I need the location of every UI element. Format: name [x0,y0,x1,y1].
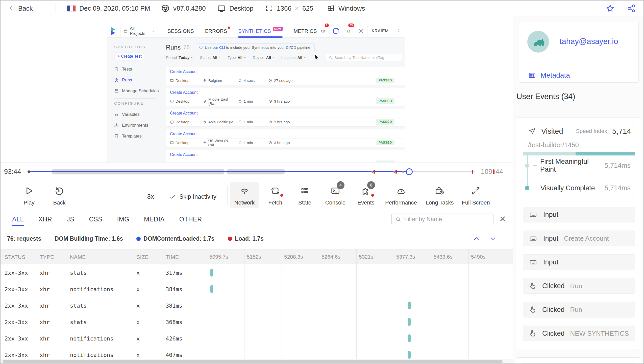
tab-xhr[interactable]: XHR [38,210,52,228]
filter-device[interactable]: DeviceAll [253,55,275,60]
run-card: Create Account Desktop Asia Pacific (M..… [166,109,405,126]
sidebar-item-environments[interactable]: Environments [114,120,163,131]
back-10s-button[interactable]: 10 Back [42,185,77,206]
jump-previous-button chevron-up-icon[interactable] [472,235,480,243]
tab-synthetics[interactable]: SYNTHETICS NEW [238,25,282,38]
events-panel-button[interactable]: 6 Events [348,185,384,206]
event-item-input[interactable]: Input [523,254,635,270]
performance-panel-button[interactable]: Performance [383,185,419,206]
user-menu[interactable]: KRAIEM [367,25,393,38]
run-name-link[interactable]: Create Account [170,90,197,95]
progress-segment-dark [576,152,635,155]
metric-dash [533,165,537,166]
replayed-mouse-cursor [314,54,319,61]
expand-icon [471,186,480,195]
favorite-button[interactable] [606,1,615,16]
full-screen-button[interactable]: Full Screen [458,185,493,206]
event-item-clicked[interactable]: ClickedRun [523,302,635,317]
notifications-button[interactable]: 33 [342,25,355,38]
filter-type[interactable]: TypeAll [228,55,246,60]
tab-js[interactable]: JS [67,210,74,228]
table-row[interactable]: 2xx-3xxxhrstatsx368ms [1,314,513,330]
tab-all[interactable]: ALL [12,210,24,228]
cli-link[interactable]: CLI [219,45,225,50]
table-row[interactable]: 2xx-3xxxhrstatsx381ms [1,297,513,314]
share-button[interactable] [627,1,636,16]
chrome-icon [161,4,170,13]
table-row[interactable]: 2xx-3xxxhrnotificationsx426ms [1,330,513,347]
run-name-link[interactable]: Create Account [170,70,197,74]
tab-errors[interactable]: ERRORS [205,25,227,38]
tab-sessions[interactable]: SESSIONS [167,25,194,38]
tree-icon [114,123,119,128]
status-badge: PASSED [376,78,394,83]
total-time: 10944 [481,168,503,176]
request-timing-bar [210,285,213,293]
tab-metrics[interactable]: METRICS [294,25,317,38]
sidebar-item-schedules[interactable]: Manage Schedules [114,85,163,96]
long-tasks-panel-button[interactable]: Long Tasks [422,185,457,206]
dcl-marker-dot [136,237,141,241]
col-size: SIZE [136,249,149,265]
table-row[interactable]: 2xx-3xxxhrnotificationsx384ms [1,281,513,297]
timeline-track[interactable] [28,163,475,181]
run-name-link[interactable]: Create Account [170,152,197,157]
jump-next-button chevron-down-icon[interactable] [489,235,497,243]
table-row[interactable]: 2xx-3xxxhrstatsx317ms [1,264,513,281]
speed-index-value: 5,714 [612,127,631,135]
runs-page: Runs 76 Use our CLI to include your Synt… [166,38,405,162]
filter-by-name-input[interactable] [404,216,490,223]
project-selector[interactable]: All Projects [120,25,158,38]
more-menu[interactable]: ⋮ [393,25,405,38]
chevron-down-icon [272,56,275,59]
state-panel-button[interactable]: State [287,185,323,206]
tab-img[interactable]: IMG [117,210,129,228]
run-name-link[interactable]: Create Account [170,132,197,136]
sidebar-item-tests[interactable]: Tests [114,64,163,75]
metadata-button[interactable]: Metadata [528,71,570,79]
close-panel-button[interactable]: × [497,213,508,224]
filter-location[interactable]: LocationAll [281,55,306,60]
create-test-button[interactable]: + Create Test [114,53,145,60]
scrollbar-thumb[interactable] [3,360,503,363]
calendar-icon [114,89,119,93]
event-dot [402,171,404,173]
stopwatch-icon [238,79,242,82]
event-item-input[interactable]: InputCreate Account [523,231,635,246]
settings-button[interactable] [355,25,367,38]
timeline-scrubber[interactable] [406,168,413,175]
horizontal-scrollbar[interactable] [1,359,513,364]
tab-media[interactable]: MEDIA [144,210,165,228]
visited-event-card[interactable]: Visited Speed Index 5,714 /test-builder/… [523,122,635,196]
network-panel: ALL XHR JS CSS IMG MEDIA OTHER × 76: req… [1,210,513,364]
console-panel-button[interactable]: 4 Console [318,185,353,206]
request-timing-bar [408,351,411,359]
player-timeline: 93:44 10944 [1,162,513,180]
run-name-link[interactable]: Create Account [170,111,197,116]
play-button[interactable]: Play [11,185,47,206]
tab-other[interactable]: OTHER [179,210,202,228]
back-button[interactable]: Back [8,1,33,16]
sidebar-item-templates[interactable]: Templates [114,131,163,142]
tab-css[interactable]: CSS [89,210,102,228]
event-item-clicked[interactable]: ClickedRun [523,278,635,294]
clock-icon [268,141,272,145]
divider [162,186,162,205]
filter-status[interactable]: StatusAll [200,55,221,60]
skip-inactivity-toggle[interactable]: Skip Inactivity [169,193,216,200]
speed-button[interactable]: 3x [143,193,158,200]
frame-corners-icon [265,4,273,12]
test-search-input[interactable]: Search by Test Name or #Tag [326,54,402,61]
event-item-clicked[interactable]: ClickedNEW SYNTHETICS [523,326,635,341]
sidebar-item-variables[interactable]: Variables [114,109,163,120]
events-group-card: Visited Speed Index 5,714 /test-builder/… [516,118,641,350]
event-item-input[interactable]: Input [523,207,635,222]
user-events-heading: User Events (34) [516,92,575,101]
announcements-button[interactable]: 1 [317,25,330,38]
browser-version: v87.0.4280 [173,5,206,12]
user-email-link[interactable]: tahay@asayer.io [560,37,618,46]
filter-period[interactable]: PeriodToday [166,55,193,60]
chevron-down-icon [243,56,246,59]
sidebar-item-runs[interactable]: Runs [114,75,163,85]
network-panel-button[interactable]: Network [230,182,259,208]
